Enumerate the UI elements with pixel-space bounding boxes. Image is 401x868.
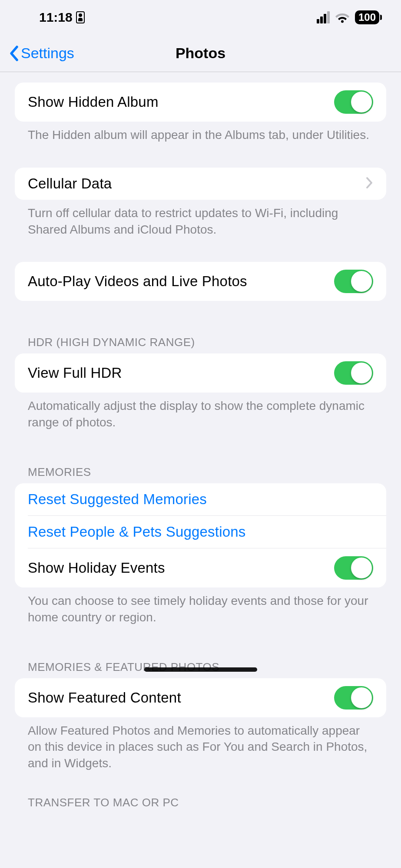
status-time: 11:18 xyxy=(39,10,73,25)
toggle-view-full-hdr[interactable] xyxy=(334,361,373,385)
row-reset-suggested-memories[interactable]: Reset Suggested Memories xyxy=(15,483,386,515)
toggle-autoplay[interactable] xyxy=(334,270,373,293)
battery-indicator: 100 xyxy=(355,10,379,24)
svg-point-0 xyxy=(341,20,344,23)
cellular-signal-icon xyxy=(317,11,330,23)
chevron-right-icon xyxy=(365,177,373,191)
nav-bar: Settings Photos xyxy=(0,35,401,72)
row-label: Show Hidden Album xyxy=(28,94,159,110)
settings-content: Show Hidden Album The Hidden album will … xyxy=(0,72,401,814)
row-reset-people-pets[interactable]: Reset People & Pets Suggestions xyxy=(28,515,386,548)
group-hdr: View Full HDR xyxy=(15,353,386,393)
row-show-holiday-events[interactable]: Show Holiday Events xyxy=(28,548,386,587)
group-hidden-album: Show Hidden Album xyxy=(15,83,386,122)
header-transfer: TRANSFER TO MAC OR PC xyxy=(15,796,386,814)
status-left: 11:18 xyxy=(39,10,85,25)
row-label: Auto-Play Videos and Live Photos xyxy=(28,273,247,290)
row-cellular-data[interactable]: Cellular Data xyxy=(15,168,386,200)
back-label: Settings xyxy=(21,45,74,62)
footer-cellular: Turn off cellular data to restrict updat… xyxy=(15,200,386,238)
row-label: Show Holiday Events xyxy=(28,560,165,576)
wifi-icon xyxy=(335,12,350,23)
battery-percent: 100 xyxy=(358,11,376,23)
status-right: 100 xyxy=(317,10,379,24)
footer-hdr: Automatically adjust the display to show… xyxy=(15,393,386,431)
footer-hidden-album: The Hidden album will appear in the Albu… xyxy=(15,122,386,143)
group-autoplay: Auto-Play Videos and Live Photos xyxy=(15,262,386,301)
group-memories: Reset Suggested Memories Reset People & … xyxy=(15,483,386,587)
group-featured: Show Featured Content xyxy=(15,678,386,717)
row-autoplay[interactable]: Auto-Play Videos and Live Photos xyxy=(15,262,386,301)
row-label: View Full HDR xyxy=(28,365,122,381)
row-show-featured-content[interactable]: Show Featured Content xyxy=(15,678,386,717)
group-cellular-data: Cellular Data xyxy=(15,168,386,200)
footer-memories: You can choose to see timely holiday eve… xyxy=(15,587,386,626)
row-label: Show Featured Content xyxy=(28,690,181,706)
row-label: Reset Suggested Memories xyxy=(28,491,207,508)
row-label: Reset People & Pets Suggestions xyxy=(28,524,246,540)
toggle-show-hidden-album[interactable] xyxy=(334,90,373,114)
status-bar: 11:18 100 xyxy=(0,0,401,35)
row-view-full-hdr[interactable]: View Full HDR xyxy=(15,353,386,393)
row-show-hidden-album[interactable]: Show Hidden Album xyxy=(15,83,386,122)
back-button[interactable]: Settings xyxy=(9,45,74,62)
home-indicator[interactable] xyxy=(144,667,257,672)
row-label: Cellular Data xyxy=(28,175,112,192)
header-hdr: HDR (HIGH DYNAMIC RANGE) xyxy=(15,336,386,353)
toggle-show-holiday-events[interactable] xyxy=(334,556,373,580)
face-id-icon xyxy=(76,11,85,23)
header-memories: MEMORIES xyxy=(15,465,386,483)
toggle-show-featured-content[interactable] xyxy=(334,686,373,710)
chevron-left-icon xyxy=(9,45,19,62)
footer-featured: Allow Featured Photos and Memories to au… xyxy=(15,717,386,772)
